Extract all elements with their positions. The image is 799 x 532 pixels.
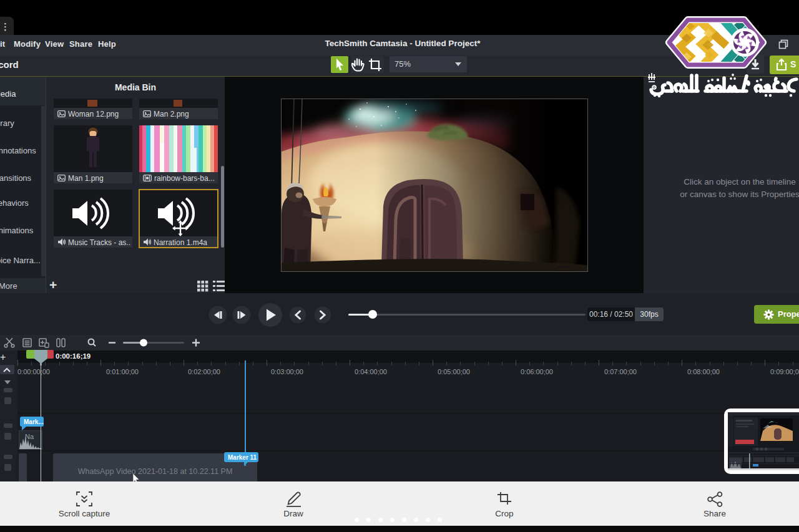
svg-text:Mark...: Mark... <box>24 418 44 425</box>
svg-text:Marker 11: Marker 11 <box>228 454 257 461</box>
